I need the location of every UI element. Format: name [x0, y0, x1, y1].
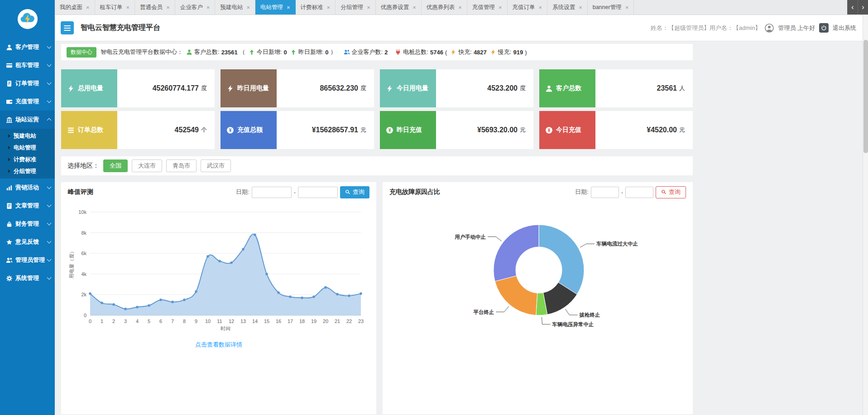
vertical-scrollbar[interactable] [863, 15, 868, 415]
tab-close-icon[interactable]: × [86, 5, 90, 10]
tab-租车订单[interactable]: 租车订单× [95, 0, 135, 14]
tab-预建电站[interactable]: 预建电站× [215, 0, 255, 14]
data-point[interactable] [195, 290, 197, 293]
stat-card-总用电量: 总用电量45260774.177度 [61, 69, 215, 107]
sidebar-item-系统管理[interactable]: 系统管理 [0, 269, 55, 287]
data-point[interactable] [148, 304, 150, 307]
data-point[interactable] [230, 261, 233, 264]
data-point[interactable] [312, 295, 315, 298]
region-button-青岛市[interactable]: 青岛市 [166, 159, 197, 172]
data-point[interactable] [101, 302, 103, 304]
data-point[interactable] [183, 299, 186, 301]
data-point[interactable] [206, 255, 209, 258]
tab-close-icon[interactable]: × [327, 5, 331, 10]
tab-系统设置[interactable]: 系统设置× [547, 0, 588, 14]
data-point[interactable] [89, 292, 91, 295]
data-point[interactable] [124, 308, 127, 310]
region-button-全国[interactable]: 全国 [103, 159, 128, 172]
data-point[interactable] [360, 292, 362, 295]
logout-link[interactable]: 退出系统 [833, 24, 856, 32]
region-button-武汉市[interactable]: 武汉市 [201, 159, 231, 172]
person-icon [545, 85, 553, 92]
sidebar-subitem-预建电站[interactable]: 预建电站 [0, 130, 55, 142]
detail-link[interactable]: 点击查看数据详情 [61, 341, 376, 349]
tab-close-icon[interactable]: × [206, 5, 210, 10]
tab-普通会员[interactable]: 普通会员× [135, 0, 175, 14]
tab-close-icon[interactable]: × [458, 5, 462, 10]
peak-query-button[interactable]: 查询 [340, 186, 369, 198]
data-point[interactable] [324, 286, 327, 289]
tab-close-icon[interactable]: × [539, 5, 542, 10]
sidebar-toggle-button[interactable] [61, 21, 74, 34]
data-point[interactable] [112, 303, 115, 306]
tabs-scroll-left-button[interactable]: ‹ [847, 0, 858, 14]
tab-close-icon[interactable]: × [412, 5, 416, 10]
peak-date-end-input[interactable] [298, 187, 338, 198]
region-label: 选择地区： [67, 162, 99, 170]
tab-充值订单[interactable]: 充值订单× [508, 0, 548, 14]
fault-donut-chart: 车辆电流过大中止拔枪终止车辆电压异常中止平台终止用户手动中止 [383, 202, 693, 347]
donut-slice-车辆电流过大中止[interactable] [539, 225, 584, 294]
tab-优惠券列表[interactable]: 优惠券列表× [422, 0, 467, 14]
tab-电站管理[interactable]: 电站管理× [255, 0, 296, 14]
sidebar-subitem-电站管理[interactable]: 电站管理 [0, 142, 55, 154]
tab-分组管理[interactable]: 分组管理× [336, 0, 376, 14]
tab-close-icon[interactable]: × [166, 5, 170, 10]
region-button-大连市[interactable]: 大连市 [132, 159, 162, 172]
tab-banner管理[interactable]: banner管理× [588, 0, 634, 14]
sidebar-item-场站运营[interactable]: 场站运营 [0, 111, 55, 129]
tab-close-icon[interactable]: × [287, 5, 290, 10]
donut-slice-用户手动中止[interactable] [494, 225, 539, 281]
fault-query-button[interactable]: 查询 [656, 186, 686, 198]
data-point[interactable] [218, 260, 221, 263]
scrollbar-thumb[interactable] [863, 40, 868, 153]
tabs-scroll-right-button[interactable]: › [858, 0, 868, 14]
svg-text:1: 1 [101, 318, 103, 324]
tab-企业客户[interactable]: 企业客户× [175, 0, 216, 14]
power-icon[interactable] [819, 23, 829, 33]
tab-close-icon[interactable]: × [126, 5, 130, 10]
data-point[interactable] [136, 306, 139, 309]
tab-close-icon[interactable]: × [579, 5, 582, 10]
svg-text:用电量（度）: 用电量（度） [69, 249, 74, 279]
peak-date-start-input[interactable] [252, 187, 292, 198]
data-point[interactable] [301, 296, 303, 299]
tab-close-icon[interactable]: × [625, 5, 629, 10]
sidebar-item-客户管理[interactable]: 客户管理 [0, 38, 55, 56]
tab-close-icon[interactable]: × [499, 5, 502, 10]
user-avatar-icon [765, 24, 774, 33]
fault-date-end-input[interactable] [625, 187, 653, 198]
data-point[interactable] [159, 299, 162, 301]
sidebar-item-意见反馈[interactable]: 意见反馈 [0, 233, 55, 251]
sidebar-subitem-分组管理[interactable]: 分组管理 [0, 165, 55, 177]
tab-充值管理[interactable]: 充值管理× [467, 0, 508, 14]
fault-date-start-input[interactable] [591, 187, 619, 198]
data-point[interactable] [289, 295, 292, 298]
svg-text:2: 2 [112, 318, 115, 324]
sidebar-item-租车管理[interactable]: 租车管理 [0, 56, 55, 74]
tab-list: 我的桌面×租车订单×普通会员×企业客户×预建电站×电站管理×计费标准×分组管理×… [55, 0, 634, 14]
svg-text:0: 0 [84, 313, 86, 318]
sidebar-item-管理员管理[interactable]: 管理员管理 [0, 251, 55, 269]
sidebar-item-财务管理[interactable]: 财务管理 [0, 215, 55, 233]
data-point[interactable] [348, 294, 350, 297]
sidebar-item-订单管理[interactable]: 订单管理 [0, 74, 55, 92]
sidebar-item-文章管理[interactable]: 文章管理 [0, 197, 55, 215]
user-info: 姓名：【超级管理员】用户名：【admin】 [651, 24, 761, 32]
tab-计费标准[interactable]: 计费标准× [296, 0, 336, 14]
tab-优惠券设置[interactable]: 优惠券设置× [376, 0, 422, 14]
tab-close-icon[interactable]: × [367, 5, 370, 10]
donut-slice-平台终止[interactable] [495, 276, 537, 315]
tab-我的桌面[interactable]: 我的桌面× [55, 0, 95, 14]
sidebar-subitem-计费标准[interactable]: 计费标准 [0, 154, 55, 165]
data-point[interactable] [265, 273, 268, 275]
data-point[interactable] [277, 291, 280, 294]
fault-date-label: 日期: [575, 188, 589, 196]
data-point[interactable] [254, 233, 256, 236]
data-point[interactable] [336, 293, 339, 296]
sidebar-item-营销活动[interactable]: 营销活动 [0, 179, 55, 197]
sidebar-item-充值管理[interactable]: 充值管理 [0, 92, 55, 111]
tab-close-icon[interactable]: × [246, 5, 250, 10]
data-point[interactable] [171, 301, 174, 304]
data-point[interactable] [242, 248, 245, 251]
